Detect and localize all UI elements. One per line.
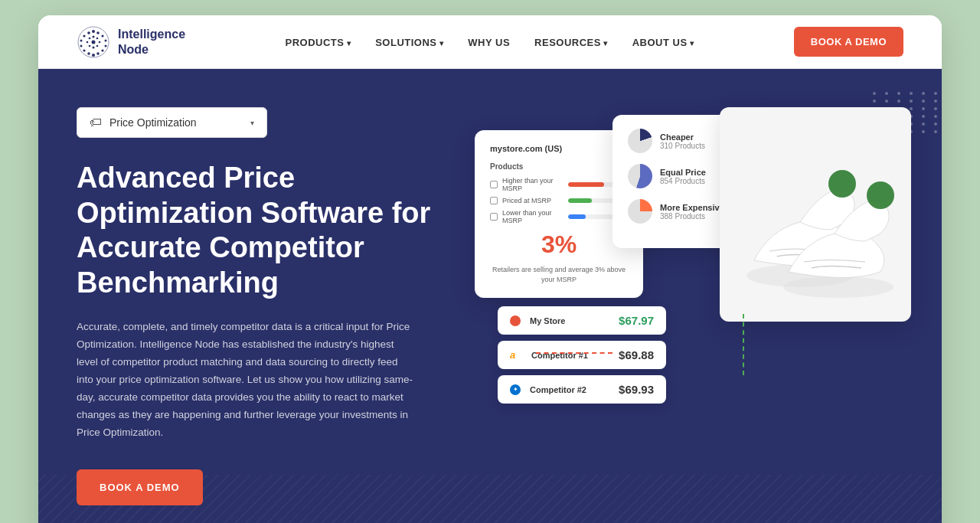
- percentage-desc: Retailers are selling and average 3% abo…: [490, 265, 628, 284]
- svg-point-4: [105, 39, 107, 41]
- hero-right: mystore.com (US) Products Higher than yo…: [475, 107, 903, 505]
- mystore-name: My Store: [530, 316, 609, 325]
- nav-item-whyus[interactable]: WHY US: [468, 35, 510, 49]
- checkbox-3: [490, 213, 498, 221]
- nav-item-products[interactable]: PRODUCTS: [285, 35, 351, 49]
- svg-point-13: [83, 34, 85, 37]
- svg-point-15: [93, 35, 95, 38]
- logo-text: Intelligence Node: [118, 27, 185, 56]
- svg-point-8: [92, 54, 95, 57]
- pie-label-equal: Equal Price: [660, 168, 706, 177]
- product-image-card: [720, 107, 911, 322]
- nav-item-aboutus[interactable]: ABOUT US: [632, 35, 694, 49]
- browser-window: Intelligence Node PRODUCTS SOLUTIONS WHY…: [38, 15, 942, 523]
- svg-point-16: [96, 37, 99, 39]
- dropdown-arrow-icon: ▾: [250, 119, 254, 127]
- svg-point-1: [92, 30, 95, 33]
- svg-point-25: [828, 170, 856, 198]
- price-row-mystore: My Store $67.97: [498, 306, 666, 335]
- svg-point-7: [96, 52, 100, 55]
- competitor1-price: $69.88: [619, 348, 654, 361]
- svg-point-10: [83, 49, 85, 51]
- svg-point-11: [80, 44, 83, 47]
- store-row-1: Higher than your MSRP: [490, 177, 628, 192]
- svg-point-20: [89, 44, 91, 47]
- nav-book-demo-button[interactable]: BOOK A DEMO: [794, 27, 903, 57]
- row-label-2: Priced at MSRP: [502, 197, 564, 204]
- store-card-subtitle: Products: [490, 162, 628, 171]
- amazon-logo-icon: a: [510, 349, 522, 361]
- nav-item-solutions[interactable]: SOLUTIONS: [375, 35, 443, 49]
- mystore-dot-icon: [510, 315, 521, 326]
- price-selector-dropdown[interactable]: 🏷 Price Optimization ▾: [77, 107, 267, 138]
- store-card-title: mystore.com (US): [490, 144, 628, 153]
- navbar: Intelligence Node PRODUCTS SOLUTIONS WHY…: [38, 15, 942, 69]
- svg-point-9: [87, 52, 90, 55]
- mystore-price: $67.97: [619, 314, 654, 327]
- svg-point-3: [101, 34, 103, 37]
- dashed-line-vertical: [743, 314, 744, 375]
- svg-point-6: [101, 49, 103, 51]
- dashboard-area: mystore.com (US) Products Higher than yo…: [475, 107, 903, 429]
- checkbox-2: [490, 197, 498, 204]
- pie-count-equal: 854 Products: [660, 177, 706, 185]
- hero-book-demo-button[interactable]: BOOK A DEMO: [77, 469, 203, 505]
- dashed-line-horizontal: [536, 352, 612, 354]
- hero-left: 🏷 Price Optimization ▾ Advanced Price Op…: [77, 107, 444, 505]
- row-label-3: Lower than your MSRP: [502, 209, 564, 224]
- hero-title: Advanced Price Optimization Software for…: [77, 161, 444, 300]
- svg-point-5: [105, 44, 107, 47]
- tag-icon: 🏷: [90, 116, 102, 129]
- logo-icon: [77, 25, 110, 59]
- price-row-competitor2: ✦ Competitor #2 $69.93: [498, 375, 666, 404]
- selector-text: Price Optimization: [109, 116, 197, 129]
- pie-label-cheaper: Cheaper: [660, 132, 705, 142]
- bar-1: [568, 182, 604, 187]
- walmart-logo-icon: ✦: [510, 384, 521, 395]
- price-comparison: My Store $67.97 a Competitor #1 $69.88 ✦: [498, 306, 666, 404]
- svg-point-26: [783, 276, 893, 298]
- bar-3: [568, 214, 586, 219]
- svg-point-27: [867, 181, 894, 209]
- pie-label-expensive: More Expensive: [660, 203, 724, 212]
- svg-point-23: [92, 40, 96, 44]
- checkbox-1: [490, 181, 498, 188]
- percentage-big: 3%: [490, 230, 628, 259]
- logo[interactable]: Intelligence Node: [77, 25, 185, 59]
- price-row-competitor1: a Competitor #1 $69.88: [498, 341, 666, 369]
- circle-expensive: [628, 199, 652, 224]
- bar-2: [568, 198, 592, 203]
- svg-point-2: [96, 31, 100, 34]
- svg-point-18: [96, 44, 99, 47]
- competitor2-name: Competitor #2: [530, 385, 609, 394]
- hero-section: 🏷 Price Optimization ▾ Advanced Price Op…: [38, 69, 942, 523]
- svg-point-17: [99, 41, 101, 43]
- circle-cheaper: [628, 129, 652, 153]
- nav-links: PRODUCTS SOLUTIONS WHY US RESOURCES ABOU…: [285, 35, 694, 49]
- svg-point-21: [87, 41, 89, 43]
- circle-equal: [628, 164, 652, 188]
- svg-point-12: [80, 39, 83, 41]
- nav-item-resources[interactable]: RESOURCES: [534, 35, 608, 49]
- shoe-image: [731, 123, 900, 306]
- competitor2-price: $69.93: [619, 383, 654, 396]
- store-row-3: Lower than your MSRP: [490, 209, 628, 224]
- pie-count-cheaper: 310 Products: [660, 142, 705, 150]
- svg-point-14: [87, 31, 90, 34]
- store-row-2: Priced at MSRP: [490, 197, 628, 204]
- svg-point-19: [93, 46, 95, 48]
- svg-point-22: [89, 37, 91, 39]
- hero-description: Accurate, complete, and timely competito…: [77, 319, 413, 442]
- row-label-1: Higher than your MSRP: [502, 177, 564, 192]
- pie-count-expensive: 388 Products: [660, 212, 724, 221]
